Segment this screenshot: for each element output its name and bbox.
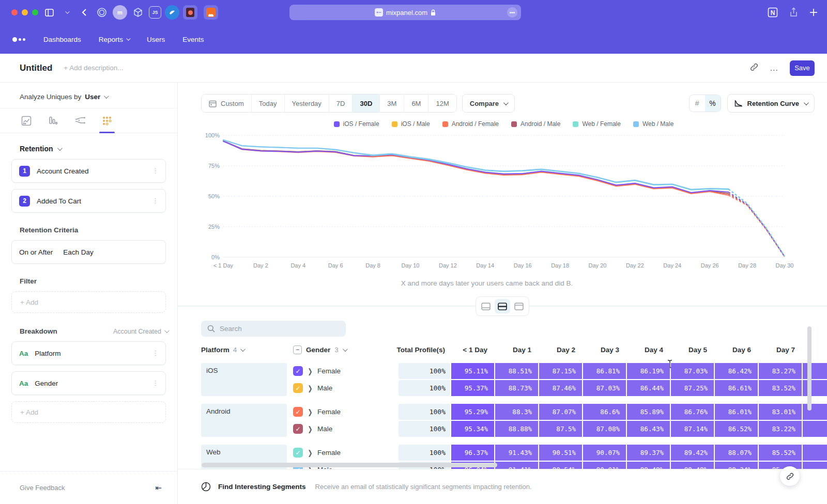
m-avatar-icon[interactable]: m xyxy=(113,5,127,20)
retention-value-cell[interactable]: 87.46% xyxy=(539,380,582,396)
gender-column-header[interactable]: − Gender3 xyxy=(293,345,396,354)
series-checkbox[interactable]: ✓ xyxy=(293,448,303,458)
soundcloud-icon[interactable] xyxy=(204,5,218,20)
retention-value-cell[interactable]: 86.42% xyxy=(715,363,758,379)
minimize-window-button[interactable] xyxy=(22,9,28,15)
step-card-added-to-cart[interactable]: 2 Added To Cart ⋮ xyxy=(11,189,166,213)
expand-row-icon[interactable]: ❯ xyxy=(308,367,313,375)
retention-value-cell[interactable]: 87.14% xyxy=(671,421,714,437)
legend-item[interactable]: iOS / Male xyxy=(392,120,430,128)
table-search-input[interactable] xyxy=(220,325,323,333)
retention-value-cell[interactable]: 96.37% xyxy=(451,445,494,461)
retention-value-cell[interactable]: 88.73% xyxy=(495,380,538,396)
copy-link-icon[interactable] xyxy=(749,62,759,74)
retention-value-cell[interactable]: 89.48% xyxy=(627,462,670,469)
range-today[interactable]: Today xyxy=(252,94,285,112)
expand-row-icon[interactable]: ❯ xyxy=(308,424,313,433)
retention-value-cell[interactable]: 90.07% xyxy=(583,445,626,461)
more-actions-button[interactable]: ... xyxy=(770,64,778,73)
expand-row-icon[interactable]: ❯ xyxy=(308,384,313,392)
notion-icon[interactable]: N xyxy=(768,7,778,18)
legend-item[interactable]: iOS / Female xyxy=(334,120,379,128)
retention-value-cell[interactable]: 90.01% xyxy=(583,462,626,469)
target-icon[interactable] xyxy=(95,5,109,20)
add-description[interactable]: + Add description... xyxy=(64,64,123,72)
kebab-menu-icon[interactable]: ⋮ xyxy=(152,200,158,202)
retention-section-label[interactable]: Retention xyxy=(20,145,53,153)
gender-cell[interactable]: Male xyxy=(317,425,332,433)
breakdown-property[interactable]: Gender xyxy=(35,380,152,387)
tab-insights[interactable] xyxy=(20,116,33,133)
js-icon[interactable]: JS xyxy=(149,6,161,19)
chart-type-selector[interactable]: Retention Curve xyxy=(727,94,815,113)
nav-item-users[interactable]: Users xyxy=(147,36,165,43)
criteria-type[interactable]: On or After xyxy=(19,248,53,256)
percent-format-button[interactable]: % xyxy=(705,95,721,112)
red-app-icon[interactable] xyxy=(183,5,197,20)
retention-value-cell[interactable]: 91.43% xyxy=(495,445,538,461)
retention-value-cell[interactable]: 89.49% xyxy=(671,462,714,469)
kebab-menu-icon[interactable]: ⋮ xyxy=(152,170,158,172)
url-extensions-icon[interactable]: ••• xyxy=(507,7,517,18)
give-feedback-link[interactable]: Give Feedback xyxy=(20,484,155,492)
horizontal-scrollbar[interactable] xyxy=(202,463,497,467)
retention-value-cell[interactable]: 87.07% xyxy=(539,404,582,420)
nav-item-events[interactable]: Events xyxy=(182,36,204,43)
compare-button[interactable]: Compare xyxy=(462,94,515,113)
retention-value-cell[interactable]: 88.07% xyxy=(715,445,758,461)
url-bar[interactable]: mixpanel.com ••• xyxy=(289,5,521,20)
number-format-button[interactable]: # xyxy=(690,95,705,112)
find-segments-link[interactable]: Find Interesting Segments xyxy=(218,483,306,491)
step-card-account-created[interactable]: 1 Account Created ⋮ xyxy=(11,159,166,183)
mixpanel-logo-icon[interactable] xyxy=(12,37,30,42)
nav-item-dashboards[interactable]: Dashboards xyxy=(43,36,81,43)
zoom-window-button[interactable] xyxy=(32,9,38,15)
retention-value-cell[interactable] xyxy=(803,462,827,469)
retention-value-cell[interactable]: 83.01% xyxy=(759,404,802,420)
retention-value-cell[interactable]: 83.27% xyxy=(759,363,802,379)
range-30d[interactable]: 30D xyxy=(353,94,380,112)
retention-value-cell[interactable] xyxy=(803,363,827,379)
series-checkbox[interactable]: ✓ xyxy=(293,407,303,417)
layout-chart-only-button[interactable] xyxy=(478,299,494,313)
platform-cell[interactable]: Android xyxy=(201,404,287,437)
retention-value-cell[interactable]: 86.81% xyxy=(583,363,626,379)
retention-value-cell[interactable]: 83.52% xyxy=(759,380,802,396)
breakdown-card-platform[interactable]: Aa Platform ⋮ xyxy=(11,341,166,365)
retention-value-cell[interactable]: 90.54% xyxy=(539,462,582,469)
retention-value-cell[interactable]: 95.29% xyxy=(451,404,494,420)
range-12m[interactable]: 12M xyxy=(428,94,456,112)
select-all-checkbox[interactable]: − xyxy=(293,345,302,354)
retention-value-cell[interactable]: 91.41% xyxy=(495,462,538,469)
retention-value-cell[interactable]: 95.34% xyxy=(451,421,494,437)
day-column-header[interactable]: Day 5 xyxy=(670,346,714,354)
retention-value-cell[interactable]: 85.52% xyxy=(759,445,802,461)
retention-value-cell[interactable] xyxy=(803,421,827,437)
tab-retention[interactable] xyxy=(100,116,114,133)
retention-value-cell[interactable]: 87.03% xyxy=(583,380,626,396)
gender-cell[interactable]: Female xyxy=(317,408,341,416)
day-column-header[interactable]: Day 7 xyxy=(758,346,802,354)
new-tab-icon[interactable] xyxy=(809,8,818,17)
retention-value-cell[interactable]: 87.15% xyxy=(539,363,582,379)
retention-value-cell[interactable] xyxy=(803,380,827,396)
day-column-header[interactable]: < 1 Day xyxy=(450,346,494,354)
retention-value-cell[interactable]: 90.51% xyxy=(539,445,582,461)
day-column-header[interactable]: Day 2 xyxy=(538,346,582,354)
tab-funnels[interactable] xyxy=(47,116,60,133)
range-yesterday[interactable]: Yesterday xyxy=(285,94,329,112)
gender-cell[interactable]: Female xyxy=(317,367,341,375)
retention-value-cell[interactable]: 89.42% xyxy=(671,445,714,461)
day-column-header[interactable]: Day 6 xyxy=(714,346,758,354)
retention-value-cell[interactable]: 86.52% xyxy=(715,421,758,437)
retention-value-cell[interactable]: 88.3% xyxy=(495,404,538,420)
retention-chart[interactable]: 0%25%50%75%100%< 1 DayDay 2Day 4Day 6Day… xyxy=(203,129,806,273)
retention-value-cell[interactable]: 87.25% xyxy=(671,380,714,396)
share-link-fab[interactable] xyxy=(780,466,800,486)
tab-flows[interactable] xyxy=(73,116,87,133)
range-custom[interactable]: Custom xyxy=(202,94,252,112)
add-filter-button[interactable]: + Add xyxy=(11,291,166,313)
gender-cell[interactable]: Male xyxy=(317,384,332,392)
day-column-header[interactable]: Day 1 xyxy=(494,346,538,354)
breakdown-applies-to[interactable]: Account Created xyxy=(113,328,168,335)
